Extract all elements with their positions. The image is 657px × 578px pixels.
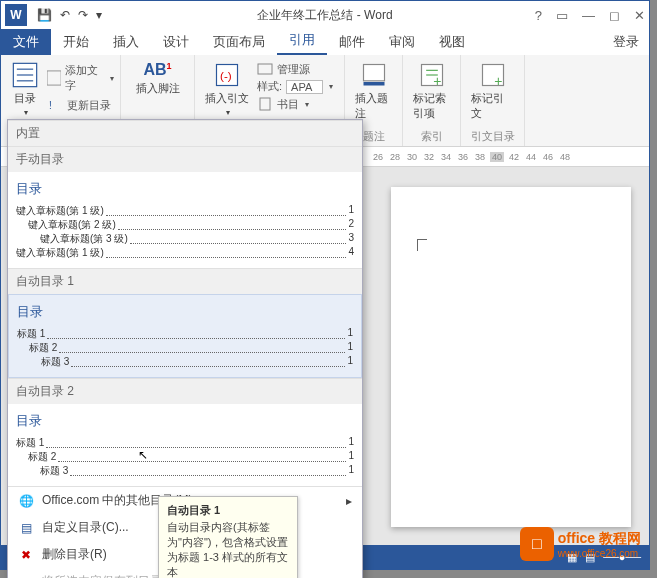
svg-rect-11 xyxy=(363,82,384,86)
ribbon-options-icon[interactable]: ▭ xyxy=(556,8,568,23)
insert-citation-button[interactable]: (-) 插入引文▾ xyxy=(201,59,253,119)
svg-rect-4 xyxy=(47,71,61,85)
tab-review[interactable]: 审阅 xyxy=(377,29,427,55)
toc-button[interactable]: 目录 ▾ xyxy=(7,59,43,119)
svg-rect-9 xyxy=(260,98,270,110)
group-index-label: 索引 xyxy=(403,129,460,144)
minimize-icon[interactable]: — xyxy=(582,8,595,23)
tab-design[interactable]: 设计 xyxy=(151,29,201,55)
help-icon[interactable]: ? xyxy=(535,8,542,23)
toc-auto2-header: 自动目录 2 xyxy=(8,378,362,404)
bibliography-button[interactable]: 书目▾ xyxy=(257,96,333,112)
tab-references[interactable]: 引用 xyxy=(277,27,327,55)
titlebar: W 💾 ↶ ↷ ▾ 企业年终工作总结 - Word ? ▭ — ◻ ✕ xyxy=(1,1,649,29)
svg-text:+: + xyxy=(433,73,441,89)
toc-manual-header: 手动目录 xyxy=(8,146,362,172)
toc-option-auto1[interactable]: 目录 标题 11 标题 21 标题 31 ↖ xyxy=(8,294,362,378)
save-icon[interactable]: 💾 xyxy=(37,8,52,22)
toc-button-label: 目录 xyxy=(14,91,36,106)
toc-option-auto2[interactable]: 目录 标题 11 标题 21 标题 31 xyxy=(8,404,362,486)
svg-rect-8 xyxy=(258,64,272,74)
undo-icon[interactable]: ↶ xyxy=(60,8,70,22)
mark-index-button[interactable]: + 标记索引项 xyxy=(409,59,454,123)
group-table-authorities: + 标记引文 引文目录 xyxy=(461,55,525,146)
svg-text:+: + xyxy=(494,73,502,89)
mark-citation-button[interactable]: + 标记引文 xyxy=(467,59,518,123)
toc-auto1-header: 自动目录 1 xyxy=(8,268,362,294)
svg-text:!: ! xyxy=(49,100,52,111)
tooltip-body: 自动目录内容(其标签为"内容")，包含格式设置为标题 1-3 样式的所有文本 xyxy=(167,521,288,578)
tab-file[interactable]: 文件 xyxy=(1,29,51,55)
toc-title: 目录 xyxy=(16,180,354,198)
toc-builtin-header: 内置 xyxy=(8,120,362,146)
group-index: + 标记索引项 索引 xyxy=(403,55,461,146)
ribbon-tabs: 文件 开始 插入 设计 页面布局 引用 邮件 审阅 视图 登录 xyxy=(1,29,649,55)
close-icon[interactable]: ✕ xyxy=(634,8,645,23)
redo-icon[interactable]: ↷ xyxy=(78,8,88,22)
remove-icon: ✖ xyxy=(18,547,34,563)
tab-home[interactable]: 开始 xyxy=(51,29,101,55)
tab-view[interactable]: 视图 xyxy=(427,29,477,55)
tab-layout[interactable]: 页面布局 xyxy=(201,29,277,55)
svg-rect-10 xyxy=(363,65,384,81)
document-icon: ▤ xyxy=(18,520,34,536)
quick-access-toolbar: 💾 ↶ ↷ ▾ xyxy=(31,8,108,22)
toc-option-manual[interactable]: 目录 键入章标题(第 1 级)1 键入章标题(第 2 级)2 键入章标题(第 3… xyxy=(8,172,362,268)
insert-caption-button[interactable]: 插入题注 xyxy=(351,59,396,123)
tooltip-heading: 自动目录 1 xyxy=(167,503,289,518)
insert-footnote-button[interactable]: AB1 插入脚注 xyxy=(127,59,188,98)
watermark: □ office 教程网 www.office26.com xyxy=(520,527,641,561)
save-gallery-icon: ▦ xyxy=(18,574,34,579)
restore-icon[interactable]: ◻ xyxy=(609,8,620,23)
document-page[interactable] xyxy=(391,187,631,527)
add-text-button[interactable]: 添加文字▾ xyxy=(47,63,114,93)
chevron-down-icon: ▾ xyxy=(24,108,28,117)
tab-insert[interactable]: 插入 xyxy=(101,29,151,55)
word-window: W 💾 ↶ ↷ ▾ 企业年终工作总结 - Word ? ▭ — ◻ ✕ 文件 开… xyxy=(0,0,650,570)
manage-sources-button[interactable]: 管理源 xyxy=(257,61,333,77)
svg-text:(-): (-) xyxy=(220,69,232,82)
word-app-icon: W xyxy=(5,4,27,26)
chevron-right-icon: ▸ xyxy=(346,494,352,508)
citation-style-select[interactable]: 样式:APA▾ xyxy=(257,79,333,94)
qat-customize-icon[interactable]: ▾ xyxy=(96,8,102,22)
watermark-badge-icon: □ xyxy=(520,527,554,561)
toc-gallery: 内置 手动目录 目录 键入章标题(第 1 级)1 键入章标题(第 2 级)2 键… xyxy=(7,119,363,578)
watermark-url: www.office26.com xyxy=(558,548,641,559)
update-toc-button[interactable]: !更新目录 xyxy=(47,97,114,113)
toc-tooltip: 自动目录 1 自动目录内容(其标签为"内容")，包含格式设置为标题 1-3 样式… xyxy=(158,496,298,578)
page-corner-marker xyxy=(417,239,427,251)
toc-title: 目录 xyxy=(17,303,353,321)
tab-mailings[interactable]: 邮件 xyxy=(327,29,377,55)
watermark-text: office 教程网 xyxy=(558,530,641,548)
toc-title: 目录 xyxy=(16,412,354,430)
group-toa-label: 引文目录 xyxy=(461,129,524,144)
globe-icon: 🌐 xyxy=(18,493,34,509)
login-link[interactable]: 登录 xyxy=(603,29,649,55)
